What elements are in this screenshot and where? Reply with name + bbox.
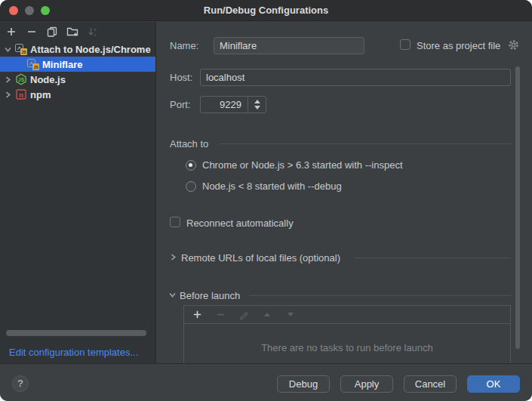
tree-item-label: npm xyxy=(30,89,51,100)
name-input[interactable] xyxy=(214,37,364,54)
port-label: Port: xyxy=(170,99,190,110)
reconnect-automatically-checkbox[interactable] xyxy=(170,217,180,227)
port-stepper[interactable] xyxy=(248,97,266,113)
tree-item-miniflare[interactable]: ➚JS Miniflare xyxy=(0,57,155,72)
tree-item-nodejs[interactable]: JS Node.js xyxy=(0,72,155,87)
main-vertical-scrollbar[interactable] xyxy=(515,66,520,349)
svg-text:n: n xyxy=(19,91,23,99)
attach-to-section-label: Attach to xyxy=(170,138,208,150)
store-as-project-file-label: Store as project file xyxy=(417,40,500,51)
configurations-sidebar: az ➚JS Attach to Node.js/Chrome ➚JS Mini… xyxy=(0,22,156,363)
radio-chrome-inspect[interactable] xyxy=(186,160,196,171)
footer-bar: ? Debug Apply Cancel OK xyxy=(0,363,532,401)
tree-item-label: Attach to Node.js/Chrome xyxy=(30,44,151,55)
svg-text:a: a xyxy=(94,27,97,32)
remove-configuration-button[interactable] xyxy=(26,26,38,38)
remove-task-button[interactable] xyxy=(214,309,226,321)
radio-node-debug[interactable] xyxy=(186,181,196,192)
tree-item-label: Miniflare xyxy=(42,59,82,70)
tree-item-attach-group[interactable]: ➚JS Attach to Node.js/Chrome xyxy=(0,42,155,57)
attach-node-config-icon: ➚JS xyxy=(15,43,27,55)
edit-configuration-templates-link[interactable]: Edit configuration templates... xyxy=(9,347,138,358)
configuration-form: Name: Store as project file Host: Port: … xyxy=(157,22,532,363)
add-task-button[interactable] xyxy=(191,309,203,321)
sidebar-horizontal-scrollbar[interactable] xyxy=(6,330,146,336)
tree-item-label: Node.js xyxy=(30,74,66,85)
add-configuration-button[interactable] xyxy=(5,26,17,38)
stepper-down-icon[interactable] xyxy=(254,106,260,110)
chevron-right-icon[interactable] xyxy=(170,254,177,261)
host-label: Host: xyxy=(170,72,192,83)
tree-item-npm[interactable]: n npm xyxy=(0,87,155,102)
chevron-right-icon[interactable] xyxy=(5,91,12,98)
section-divider xyxy=(355,258,511,258)
remote-urls-section-toggle[interactable]: Remote URLs of local files (optional) xyxy=(181,252,340,264)
name-label: Name: xyxy=(170,40,198,51)
before-launch-empty-message: There are no tasks to run before launch xyxy=(184,342,510,353)
before-launch-panel: There are no tasks to run before launch xyxy=(183,305,511,363)
svg-text:z: z xyxy=(94,32,97,37)
port-field xyxy=(200,96,266,113)
nodejs-icon: JS xyxy=(15,73,27,85)
before-launch-section-toggle[interactable]: Before launch xyxy=(180,290,240,301)
gear-icon[interactable] xyxy=(508,39,519,53)
new-folder-icon[interactable] xyxy=(66,26,78,38)
radio-node-debug-label: Node.js < 8 started with --debug xyxy=(202,180,342,192)
section-divider xyxy=(249,295,511,296)
sort-configurations-icon[interactable]: az xyxy=(87,26,99,38)
cancel-button[interactable]: Cancel xyxy=(404,375,457,393)
move-task-up-button[interactable] xyxy=(261,309,273,321)
chevron-down-icon[interactable] xyxy=(169,291,176,298)
edit-task-button[interactable] xyxy=(238,309,250,321)
radio-chrome-inspect-label: Chrome or Node.js > 6.3 started with --i… xyxy=(202,159,403,171)
help-button[interactable]: ? xyxy=(12,375,29,392)
move-task-down-button[interactable] xyxy=(284,309,297,321)
close-window-button[interactable] xyxy=(9,6,18,15)
chevron-down-icon[interactable] xyxy=(5,46,12,53)
npm-icon: n xyxy=(15,88,27,100)
section-divider xyxy=(219,143,511,144)
before-launch-toolbar xyxy=(184,306,510,324)
copy-configuration-icon[interactable] xyxy=(46,26,58,38)
titlebar: Run/Debug Configurations xyxy=(0,0,532,21)
minimize-window-button[interactable] xyxy=(25,6,34,15)
run-debug-configurations-dialog: Run/Debug Configurations az xyxy=(0,0,532,401)
stepper-up-icon[interactable] xyxy=(254,100,260,103)
dialog-title: Run/Debug Configurations xyxy=(0,0,532,21)
debug-button[interactable]: Debug xyxy=(277,375,330,393)
ok-button[interactable]: OK xyxy=(467,375,520,393)
attach-node-config-icon: ➚JS xyxy=(27,58,39,70)
store-as-project-file-checkbox[interactable] xyxy=(400,39,411,50)
sidebar-toolbar: az xyxy=(5,25,99,39)
reconnect-automatically-label: Reconnect automatically xyxy=(186,217,294,229)
chevron-right-icon[interactable] xyxy=(5,76,12,83)
svg-text:JS: JS xyxy=(18,77,25,82)
apply-button[interactable]: Apply xyxy=(340,375,393,393)
zoom-window-button[interactable] xyxy=(41,6,50,15)
host-input[interactable] xyxy=(200,69,511,86)
